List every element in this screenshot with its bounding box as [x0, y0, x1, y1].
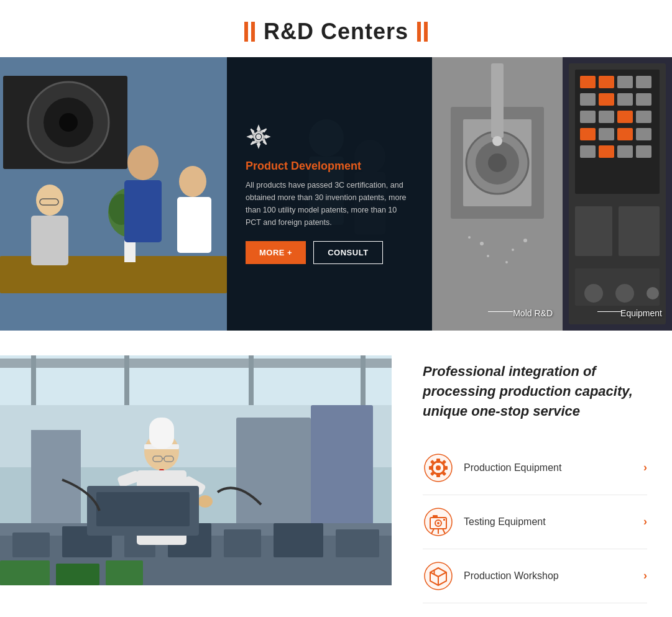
svg-point-117: [436, 465, 441, 470]
testing-equipment-icon: [424, 508, 453, 536]
svg-rect-61: [599, 111, 614, 123]
svg-rect-72: [575, 206, 612, 256]
svg-rect-55: [636, 76, 651, 88]
svg-point-75: [584, 284, 603, 303]
svg-rect-70: [617, 145, 633, 158]
svg-point-48: [505, 261, 508, 263]
svg-point-129: [437, 522, 440, 524]
consult-button[interactable]: CONSULT: [313, 241, 382, 264]
svg-rect-114: [106, 560, 143, 585]
svg-rect-54: [617, 76, 633, 88]
mold-label: Mold R&D: [513, 308, 553, 318]
svg-point-46: [523, 239, 527, 242]
svg-rect-119: [436, 473, 440, 477]
svg-rect-41: [491, 63, 504, 138]
svg-rect-69: [599, 145, 614, 158]
svg-marker-31: [263, 129, 267, 132]
svg-rect-63: [636, 111, 651, 123]
panel-equipment-photo: [563, 57, 672, 331]
tagline: Professional integration of processing p…: [423, 362, 647, 421]
gear-icon-wrap: [246, 124, 413, 152]
svg-rect-56: [580, 93, 596, 106]
svg-point-109: [198, 495, 213, 508]
svg-marker-32: [251, 142, 255, 145]
service-arrow-3: ›: [643, 569, 647, 582]
gear-icon: [246, 124, 272, 150]
svg-rect-96: [274, 523, 323, 557]
product-dev-title: Product Development: [246, 160, 413, 173]
svg-rect-82: [31, 355, 36, 405]
svg-rect-100: [149, 418, 174, 449]
rd-panel-equipment: Equipment: [563, 57, 672, 331]
service-item-testing-equipment[interactable]: Testing Equipment ›: [423, 495, 647, 549]
rd-section: Product Development All products have pa…: [0, 57, 672, 331]
equipment-label: Equipment: [620, 308, 662, 318]
svg-point-42: [492, 136, 502, 146]
production-equipment-icon: [424, 454, 453, 482]
svg-point-14: [179, 166, 206, 197]
service-arrow-1: ›: [643, 461, 647, 474]
svg-point-43: [480, 242, 484, 245]
svg-rect-67: [636, 128, 651, 140]
panel-mold-photo: [432, 57, 563, 331]
btn-group: MORE + CONSULT: [246, 241, 413, 264]
svg-rect-95: [224, 529, 261, 557]
svg-rect-68: [580, 145, 596, 158]
svg-rect-13: [124, 180, 162, 242]
svg-rect-66: [617, 128, 633, 140]
svg-point-34: [257, 135, 260, 139]
production-equipment-icon-wrap: [423, 452, 454, 483]
service-label-2: Testing Equipment: [464, 516, 633, 528]
svg-rect-11: [31, 216, 68, 265]
svg-point-40: [488, 153, 507, 172]
rd-panel-mold: Mold R&D: [432, 57, 563, 331]
panel-left-photo: [0, 57, 227, 331]
service-item-production-equipment[interactable]: Production Equipment ›: [423, 441, 647, 495]
svg-rect-131: [443, 519, 445, 521]
bottom-right: Professional integration of processing p…: [392, 355, 672, 616]
svg-rect-113: [56, 564, 99, 585]
more-button[interactable]: MORE +: [246, 241, 306, 264]
title-bar-3: [417, 22, 421, 42]
factory-photo-sim: [0, 355, 392, 585]
svg-rect-87: [311, 405, 373, 542]
svg-rect-97: [336, 529, 379, 557]
svg-rect-84: [249, 355, 254, 405]
svg-rect-130: [433, 515, 438, 518]
title-bar-1: [244, 22, 248, 42]
svg-rect-52: [580, 76, 596, 88]
svg-point-45: [468, 236, 471, 239]
svg-rect-57: [599, 93, 614, 106]
svg-point-76: [615, 284, 634, 303]
title-bars-left: [244, 22, 255, 42]
svg-rect-15: [177, 197, 211, 253]
svg-marker-29: [251, 129, 254, 133]
service-item-production-workshop[interactable]: Production Workshop ›: [423, 549, 647, 603]
title-bars-right: [417, 22, 428, 42]
svg-marker-30: [264, 141, 267, 145]
svg-marker-28: [266, 135, 269, 138]
service-arrow-2: ›: [643, 515, 647, 528]
center-content: Product Development All products have pa…: [227, 57, 432, 331]
svg-rect-53: [599, 76, 614, 88]
title-bar-4: [424, 22, 428, 42]
factory-photo: [0, 355, 392, 585]
svg-rect-111: [96, 492, 190, 526]
rd-panel-left: [0, 57, 227, 331]
svg-rect-91: [12, 532, 50, 557]
svg-rect-62: [617, 111, 633, 123]
svg-marker-27: [248, 135, 251, 138]
production-workshop-icon-wrap: [423, 560, 454, 592]
section-title: R&D Centers: [264, 19, 408, 45]
svg-rect-112: [0, 560, 50, 585]
product-dev-desc: All products have passed 3C certificatio…: [246, 179, 413, 229]
svg-rect-58: [617, 93, 633, 106]
service-label-3: Production Workshop: [464, 570, 633, 582]
svg-rect-83: [124, 355, 129, 405]
svg-rect-85: [361, 355, 366, 405]
title-bar-2: [251, 22, 255, 42]
equipment-label-line: [597, 311, 622, 312]
svg-marker-26: [257, 144, 260, 147]
svg-rect-59: [636, 93, 651, 106]
svg-point-47: [487, 255, 489, 257]
